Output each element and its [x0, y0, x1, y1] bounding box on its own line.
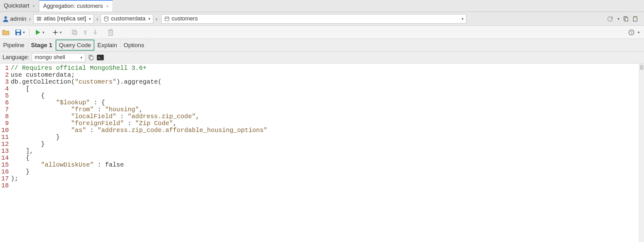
separator [29, 28, 30, 36]
svg-rect-17 [73, 31, 77, 35]
paste-icon[interactable] [632, 15, 638, 22]
svg-rect-5 [165, 17, 169, 21]
scrollbar-thumb[interactable] [640, 65, 643, 70]
arrow-down-icon[interactable] [92, 29, 98, 36]
breadcrumb: admin › atlas [replica set] ▾ › customer… [0, 12, 644, 26]
chevron-down-icon[interactable]: ▾ [638, 30, 640, 35]
svg-rect-8 [625, 17, 628, 21]
subtab-label: Stage 1 [31, 42, 53, 49]
svg-rect-13 [17, 33, 19, 35]
chevron-down-icon: ▾ [23, 30, 25, 35]
user-icon [3, 16, 9, 22]
collection-label: customers [172, 15, 198, 22]
svg-rect-22 [110, 29, 112, 30]
language-bar: Language: mongo shell ▾ >_ [0, 52, 644, 63]
svg-rect-10 [635, 16, 636, 17]
svg-rect-3 [37, 20, 41, 21]
arrow-up-icon[interactable] [82, 29, 88, 36]
subtab-options[interactable]: Options [120, 39, 147, 51]
tab-aggregation-customers[interactable]: Aggregation: customers × [39, 0, 113, 12]
tab-label: Aggregation: customers [43, 3, 103, 9]
svg-rect-28 [90, 56, 93, 60]
svg-rect-20 [109, 30, 113, 36]
chevron-right-icon: › [154, 15, 159, 22]
copy-code-icon[interactable] [88, 54, 94, 61]
subtab-label: Options [124, 42, 144, 49]
svg-point-4 [104, 16, 108, 18]
collection-select[interactable]: customers ▾ [161, 14, 466, 24]
svg-rect-16 [72, 30, 76, 33]
language-label: Language: [3, 54, 29, 61]
duplicate-icon[interactable] [71, 29, 78, 36]
chevron-down-icon: ▾ [462, 17, 464, 21]
chevron-down-icon: ▾ [148, 17, 150, 21]
add-icon[interactable]: ▾ [52, 29, 62, 36]
line-gutter: 123456789101112131415161718 [0, 63, 11, 242]
open-shell-icon[interactable]: >_ [97, 54, 104, 61]
agg-subtabs: Pipeline Stage 1 Query Code Explain Opti… [0, 39, 644, 52]
svg-rect-1 [37, 17, 41, 18]
chevron-right-icon: › [28, 15, 32, 22]
trash-icon[interactable] [108, 29, 114, 36]
language-value: mongo shell [35, 54, 65, 61]
subtab-pipeline[interactable]: Pipeline [0, 39, 28, 51]
toolbar: ▾ ▾ ▾ ? ▾ [0, 26, 644, 39]
code-editor[interactable]: 123456789101112131415161718 // Requires … [0, 63, 644, 242]
run-icon[interactable]: ▾ [34, 29, 44, 36]
save-icon[interactable]: ▾ [14, 29, 25, 36]
subtab-stage1[interactable]: Stage 1 [28, 39, 56, 51]
subtab-label: Explain [97, 42, 117, 49]
svg-rect-12 [16, 30, 20, 32]
close-icon[interactable]: × [32, 3, 35, 8]
copy-icon[interactable] [623, 15, 629, 22]
breadcrumb-right-actions: ▾ [607, 15, 641, 22]
svg-text:?: ? [630, 30, 633, 35]
chevron-right-icon: › [95, 15, 99, 22]
cluster-label: atlas [replica set] [44, 15, 86, 22]
tab-quickstart[interactable]: Quickstart × [0, 0, 39, 12]
subtab-querycode[interactable]: Query Code [56, 40, 94, 51]
breadcrumb-user: admin [10, 15, 26, 22]
refresh-icon[interactable] [607, 15, 613, 22]
database-select[interactable]: customerdata ▾ [101, 14, 153, 24]
svg-rect-18 [85, 32, 86, 35]
language-select[interactable]: mongo shell ▾ [32, 53, 85, 62]
close-icon[interactable]: × [106, 4, 108, 9]
subtab-explain[interactable]: Explain [94, 39, 120, 51]
vertical-scrollbar[interactable] [639, 63, 644, 242]
chevron-down-icon: ▾ [60, 30, 62, 35]
subtab-label: Pipeline [3, 42, 25, 49]
editor-tabs: Quickstart × Aggregation: customers × [0, 0, 644, 12]
chevron-down-icon: ▾ [89, 17, 91, 21]
help-icon[interactable]: ? [628, 29, 635, 36]
subtab-label: Query Code [59, 42, 91, 49]
database-label: customerdata [111, 15, 145, 22]
cluster-select[interactable]: atlas [replica set] ▾ [33, 14, 94, 24]
svg-rect-19 [95, 30, 96, 33]
tab-label: Quickstart [4, 3, 29, 9]
chevron-down-icon: ▾ [42, 30, 44, 35]
open-folder-icon[interactable] [2, 29, 10, 36]
chevron-down-icon: ▾ [80, 55, 82, 60]
svg-rect-2 [37, 19, 41, 20]
svg-point-0 [4, 16, 7, 19]
svg-text:>_: >_ [98, 56, 103, 60]
chevron-down-icon[interactable]: ▾ [618, 17, 619, 21]
code-content[interactable]: // Requires official MongoShell 3.6+use … [11, 63, 267, 242]
